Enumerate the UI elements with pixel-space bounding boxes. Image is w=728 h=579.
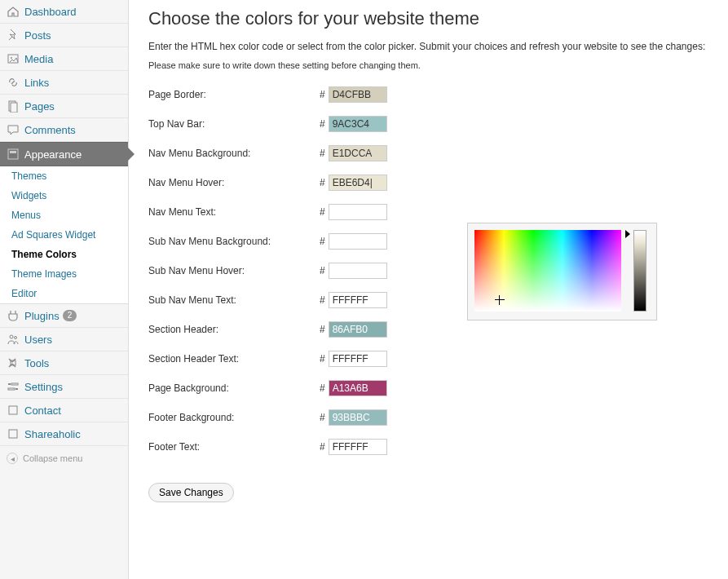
submenu-item-theme-colors[interactable]: Theme Colors: [0, 245, 128, 264]
field-label: Top Nav Bar:: [148, 118, 320, 130]
field-label: Sub Nav Menu Hover:: [148, 265, 320, 276]
submenu-item-editor[interactable]: Editor: [0, 284, 128, 303]
color-input[interactable]: [329, 116, 387, 132]
field-label: Sub Nav Menu Background:: [148, 236, 320, 247]
color-input[interactable]: [329, 204, 387, 220]
menu-item-links[interactable]: Links: [0, 71, 128, 95]
submenu-item-theme-images[interactable]: Theme Images: [0, 264, 128, 284]
generic-icon: [7, 404, 20, 417]
menu-label: Plugins: [24, 310, 60, 322]
menu-label: Comments: [24, 124, 76, 136]
settings-icon: [7, 380, 20, 393]
spectrum-area[interactable]: [474, 230, 621, 312]
color-field-row: Section Header:#: [148, 321, 708, 338]
menu-item-shareaholic[interactable]: Shareaholic: [0, 422, 128, 446]
color-input[interactable]: [329, 86, 387, 103]
hash-prefix: #: [320, 353, 325, 365]
menu-label: Contact: [24, 404, 61, 417]
menu-item-settings[interactable]: Settings: [0, 375, 128, 399]
spectrum-cursor: [495, 295, 505, 305]
submenu-item-themes[interactable]: Themes: [0, 166, 128, 186]
color-input[interactable]: [329, 145, 387, 161]
appearance-submenu: ThemesWidgetsMenusAd Squares WidgetTheme…: [0, 166, 128, 304]
menu-label: Appearance: [24, 148, 82, 161]
svg-rect-12: [15, 388, 18, 390]
svg-rect-4: [8, 149, 18, 159]
field-label: Footer Text:: [148, 441, 320, 453]
color-field-row: Section Header Text:#: [148, 351, 708, 367]
pin-icon: [7, 29, 20, 42]
hash-prefix: #: [320, 324, 325, 335]
page-instruction: Enter the HTML hex color code or select …: [148, 41, 708, 52]
menu-item-media[interactable]: Media: [0, 47, 128, 71]
save-button[interactable]: Save Changes: [148, 483, 234, 502]
menu-item-plugins[interactable]: Plugins2: [0, 304, 128, 328]
svg-rect-9: [8, 383, 11, 385]
menu-label: Dashboard: [24, 6, 77, 18]
menu-label: Posts: [24, 29, 51, 42]
color-field-row: Footer Background:#: [148, 409, 708, 426]
link-icon: [7, 76, 20, 89]
menu-item-tools[interactable]: Tools: [0, 351, 128, 375]
field-label: Page Background:: [148, 382, 320, 394]
color-picker-popup[interactable]: [467, 223, 657, 320]
submenu-item-ad-squares-widget[interactable]: Ad Squares Widget: [0, 225, 128, 245]
svg-rect-11: [8, 388, 15, 390]
menu-label: Pages: [24, 100, 55, 113]
hash-prefix: #: [320, 236, 325, 247]
svg-rect-13: [9, 406, 17, 414]
field-label: Nav Menu Hover:: [148, 177, 320, 188]
hash-prefix: #: [320, 177, 325, 188]
collapse-label: Collapse menu: [23, 453, 82, 463]
menu-label: Links: [24, 77, 49, 89]
color-field-row: Top Nav Bar:#: [148, 116, 708, 132]
menu-label: Settings: [24, 381, 63, 393]
field-label: Page Border:: [148, 89, 320, 100]
menu-item-comments[interactable]: Comments: [0, 118, 128, 142]
color-field-row: Page Background:#: [148, 380, 708, 396]
svg-rect-10: [11, 383, 18, 385]
comment-icon: [7, 123, 20, 136]
color-input[interactable]: [329, 292, 387, 308]
hash-prefix: #: [320, 118, 325, 130]
color-field-row: Nav Menu Background:#: [148, 145, 708, 161]
page-title: Choose the colors for your website theme: [148, 8, 708, 29]
color-input[interactable]: [329, 321, 387, 338]
hash-prefix: #: [320, 206, 325, 218]
menu-item-appearance[interactable]: Appearance: [0, 142, 128, 166]
color-input[interactable]: [329, 233, 387, 250]
color-input[interactable]: [329, 351, 387, 367]
color-input[interactable]: [329, 439, 387, 455]
menu-item-users[interactable]: Users: [0, 328, 128, 351]
menu-item-dashboard[interactable]: Dashboard: [0, 0, 128, 24]
color-input[interactable]: [329, 409, 387, 426]
collapse-icon: ◂: [7, 453, 18, 464]
field-label: Nav Menu Text:: [148, 206, 320, 218]
menu-item-posts[interactable]: Posts: [0, 24, 128, 47]
menu-label: Media: [24, 53, 53, 65]
color-input[interactable]: [329, 263, 387, 279]
field-label: Nav Menu Background:: [148, 148, 320, 159]
color-field-row: Nav Menu Text:#: [148, 204, 708, 220]
menu-item-pages[interactable]: Pages: [0, 95, 128, 118]
page-icon: [7, 99, 20, 113]
hash-prefix: #: [320, 294, 325, 306]
users-icon: [7, 333, 20, 346]
appearance-icon: [7, 148, 20, 161]
svg-point-1: [11, 57, 12, 59]
plugin-icon: [7, 309, 20, 322]
menu-item-contact[interactable]: Contact: [0, 399, 128, 422]
collapse-menu[interactable]: ◂ Collapse menu: [0, 446, 128, 471]
color-input[interactable]: [329, 175, 387, 191]
menu-label: Shareaholic: [24, 428, 81, 440]
admin-sidebar: DashboardPostsMediaLinksPagesCommentsApp…: [0, 0, 129, 579]
submenu-item-menus[interactable]: Menus: [0, 206, 128, 225]
submenu-item-widgets[interactable]: Widgets: [0, 186, 128, 206]
svg-point-6: [10, 335, 13, 338]
field-label: Footer Background:: [148, 412, 320, 423]
field-label: Sub Nav Menu Text:: [148, 294, 320, 306]
menu-label: Users: [24, 334, 52, 346]
color-input[interactable]: [329, 380, 387, 396]
lightness-slider[interactable]: [633, 230, 646, 312]
svg-rect-3: [11, 103, 17, 113]
